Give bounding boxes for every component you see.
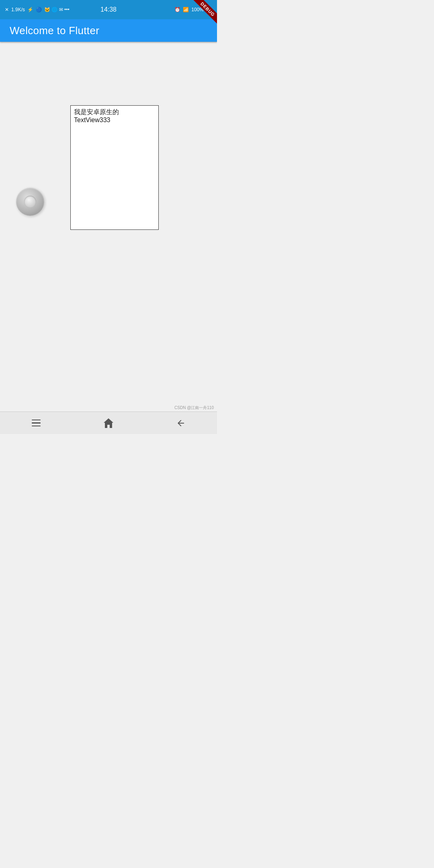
native-textview-text: 我是安卓原生的TextView333 [74, 108, 155, 124]
floating-circle-button[interactable] [16, 188, 44, 216]
home-door [107, 425, 110, 428]
menu-button[interactable] [24, 415, 48, 431]
alarm-icon: ⏰ [174, 7, 180, 12]
home-body [105, 423, 112, 428]
status-bar: ✕ 1.9K/s ⚡ 🔵 🐱 🌐 ✉ ••• 14:38 ⏰ 📶 100% 🔋 [0, 0, 217, 19]
status-bar-left: ✕ 1.9K/s ⚡ 🔵 🐱 🌐 ✉ ••• [5, 7, 70, 12]
back-arrow-svg [176, 418, 186, 428]
hamburger-icon [32, 420, 41, 427]
watermark: CSDN @江南一舟110 [174, 405, 214, 411]
hamburger-line-2 [32, 422, 41, 424]
home-icon [104, 418, 113, 428]
app-bar-title: Welcome to Flutter [10, 25, 99, 37]
home-button[interactable] [96, 415, 121, 431]
main-content: 我是安卓原生的TextView333 [0, 43, 217, 413]
hamburger-line-1 [32, 420, 41, 421]
debug-banner-label: DEBUG [192, 0, 217, 25]
floating-circle-inner [24, 196, 36, 208]
home-roof [104, 418, 113, 423]
back-icon [176, 418, 186, 428]
x-icon: ✕ [5, 7, 9, 12]
back-button[interactable] [169, 415, 193, 431]
hamburger-line-3 [32, 426, 41, 427]
usb-icon: ⚡ [27, 7, 33, 12]
native-textview: 我是安卓原生的TextView333 [70, 105, 159, 230]
app-bar: Welcome to Flutter [0, 19, 217, 42]
bottom-nav [0, 411, 217, 434]
network-speed: 1.9K/s [11, 7, 25, 12]
notification-icons: 🐱 🌐 ✉ ••• [44, 7, 70, 12]
status-bar-time: 14:38 [100, 6, 117, 13]
bluetooth-icon: 🔵 [36, 7, 42, 12]
debug-banner: DEBUG [185, 0, 217, 32]
